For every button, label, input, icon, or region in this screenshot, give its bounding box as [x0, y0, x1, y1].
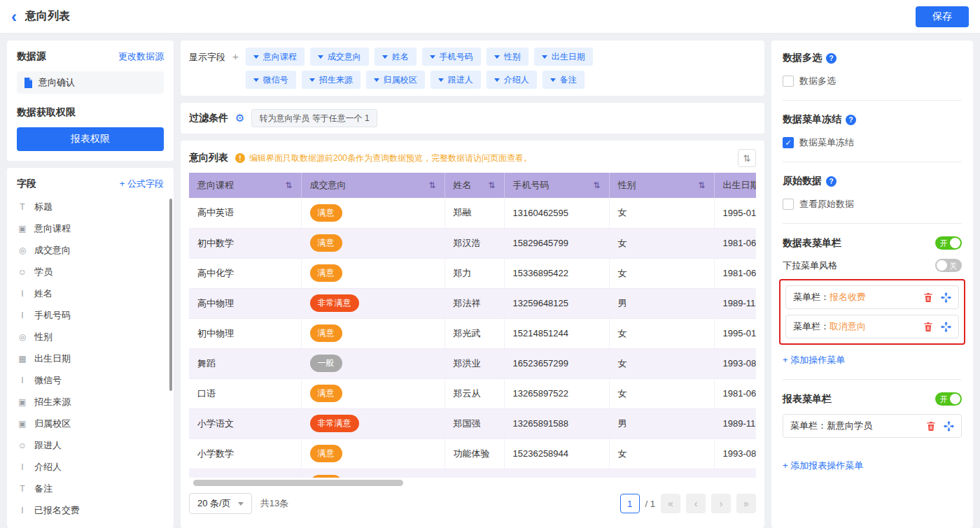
field-label: 出生日期 — [34, 352, 71, 365]
dropdown-style-toggle-off[interactable]: 关 — [935, 259, 962, 272]
field-item-phone[interactable]: I手机号码 — [17, 304, 164, 326]
field-chip[interactable]: 微信号 — [246, 71, 296, 89]
back-icon[interactable]: ‹ — [11, 8, 17, 25]
field-item-source[interactable]: ▣招生来源 — [17, 391, 164, 413]
cell-birth: 1993-08 — [714, 348, 756, 378]
sidebar-scrollbar[interactable] — [169, 199, 172, 391]
filter-card: 过滤条件 ⚙ 转为意向学员 等于任意一个 1 — [181, 103, 764, 134]
field-chip[interactable]: 性别 — [486, 48, 528, 66]
select-field-icon: ▣ — [17, 397, 28, 407]
sort-arrows-icon[interactable]: ⇅ — [698, 180, 705, 190]
display-fields-card: 显示字段 + 意向课程 成交意向 姓名 手机号码 性别 出生日期 微信号 招生来… — [181, 41, 764, 96]
current-page-input[interactable]: 1 — [620, 494, 640, 513]
field-item-course[interactable]: ▣意向课程 — [17, 217, 164, 239]
field-chip[interactable]: 跟进人 — [430, 71, 481, 89]
last-page-button[interactable]: » — [736, 494, 756, 513]
trash-icon[interactable] — [926, 421, 936, 431]
checkbox-unchecked[interactable] — [783, 76, 794, 87]
help-icon[interactable]: ? — [846, 115, 856, 125]
add-display-field-icon[interactable]: + — [232, 48, 239, 62]
move-icon[interactable] — [944, 421, 954, 431]
checkbox-checked[interactable]: ✓ — [783, 137, 794, 148]
column-header-birth[interactable]: 出生日期 — [714, 173, 756, 198]
chevron-down-icon — [253, 78, 259, 82]
field-item-paid[interactable]: I已报名交费 — [17, 499, 164, 521]
field-item-referrer[interactable]: I介绍人 — [17, 456, 164, 478]
field-item-student[interactable]: ☺学员 — [17, 261, 164, 283]
field-chip[interactable]: 出生日期 — [534, 48, 593, 66]
first-page-button[interactable]: « — [661, 494, 680, 513]
move-icon[interactable] — [941, 292, 951, 303]
chevron-down-icon — [309, 78, 315, 82]
field-chip[interactable]: 意向课程 — [246, 48, 304, 66]
field-chip[interactable]: 姓名 — [374, 48, 416, 66]
add-report-menu-link[interactable]: + 添加报表操作菜单 — [783, 459, 863, 472]
add-menu-link[interactable]: + 添加操作菜单 — [783, 354, 845, 366]
field-chip[interactable]: 备注 — [542, 71, 584, 89]
dropdown-style-label: 下拉菜单风格 — [783, 259, 837, 272]
cell-name — [444, 469, 504, 478]
next-page-button[interactable]: › — [711, 494, 731, 513]
column-header-name[interactable]: 姓名⇅ — [444, 173, 504, 198]
table-row: 口语 满意 郑云从 13265897522 女 1981-06 — [189, 378, 756, 408]
column-header-course[interactable]: 意向课程⇅ — [189, 173, 301, 198]
menu-item-value[interactable]: 新意向学员 — [827, 420, 872, 432]
help-icon[interactable]: ? — [826, 53, 836, 64]
field-item-intent[interactable]: ◎成交意向 — [17, 239, 164, 261]
sort-arrows-icon[interactable]: ⇅ — [488, 180, 495, 190]
change-datasource-link[interactable]: 更改数据源 — [118, 50, 164, 63]
table-header-row: 意向课程⇅ 成交意向⇅ 姓名⇅ 手机号码⇅ 性别⇅ 出生日期 — [189, 173, 756, 198]
field-item-name[interactable]: I姓名 — [17, 283, 164, 304]
field-item-remark[interactable]: T备注 — [17, 478, 164, 499]
trash-icon[interactable] — [923, 322, 933, 332]
field-item-birthdate[interactable]: ▦出生日期 — [17, 348, 164, 369]
menu-freeze-checkbox-row[interactable]: ✓ 数据菜单冻结 — [783, 136, 962, 149]
prev-page-button[interactable]: ‹ — [686, 494, 706, 513]
sort-arrows-icon[interactable]: ⇅ — [593, 180, 600, 190]
field-item-wechat[interactable]: I微信号 — [17, 369, 164, 391]
field-item-follower[interactable]: ☺跟进人 — [17, 434, 164, 456]
field-chip[interactable]: 招生来源 — [302, 71, 360, 89]
cell-course: 口语 — [189, 378, 301, 408]
gear-icon[interactable]: ⚙ — [235, 112, 244, 124]
table-menu-title: 数据表菜单栏 — [783, 237, 841, 250]
menu-item-value[interactable]: 取消意向 — [830, 320, 866, 333]
column-header-intent[interactable]: 成交意向⇅ — [301, 173, 444, 198]
move-icon[interactable] — [941, 322, 951, 332]
table-menu-toggle-on[interactable]: 开 — [935, 236, 962, 250]
menu-item-value[interactable]: 报名收费 — [830, 291, 866, 304]
help-icon[interactable]: ? — [826, 176, 836, 187]
field-item-gender[interactable]: ◎性别 — [17, 326, 164, 348]
save-button[interactable]: 保存 — [916, 6, 969, 27]
cell-phone — [504, 469, 609, 478]
page-size-select[interactable]: 20 条/页 — [189, 493, 252, 514]
menu-item-prefix: 菜单栏： — [793, 320, 830, 333]
column-header-gender[interactable]: 性别⇅ — [609, 173, 714, 198]
field-chip[interactable]: 归属校区 — [366, 71, 425, 89]
column-header-phone[interactable]: 手机号码⇅ — [504, 173, 609, 198]
chevron-down-icon — [550, 78, 556, 82]
checkbox-unchecked[interactable] — [783, 199, 794, 210]
raw-data-checkbox-row[interactable]: 查看原始数据 — [783, 198, 962, 211]
sort-arrows-icon[interactable]: ⇅ — [428, 180, 435, 190]
field-chip[interactable]: 成交意向 — [310, 48, 369, 66]
table-footer: 20 条/页 共13条 1 / 1 « ‹ › » — [189, 493, 756, 514]
filter-condition-chip[interactable]: 转为意向学员 等于任意一个 1 — [251, 109, 377, 127]
report-menu-toggle-on[interactable]: 开 — [935, 392, 962, 406]
datasource-item[interactable]: 意向确认 — [17, 71, 164, 94]
status-badge: 非常满意 — [310, 294, 359, 312]
cell-phone: 15214851244 — [504, 318, 609, 348]
field-chip[interactable]: 介绍人 — [486, 71, 537, 89]
table-sort-button[interactable]: ⇅ — [738, 149, 756, 167]
sort-arrows-icon[interactable]: ⇅ — [285, 180, 292, 190]
field-chip[interactable]: 手机号码 — [422, 48, 481, 66]
menu-item: 菜单栏：新意向学员 — [783, 414, 962, 438]
field-item-campus[interactable]: ▣归属校区 — [17, 413, 164, 434]
multi-select-checkbox-row[interactable]: 数据多选 — [783, 75, 962, 87]
person-field-icon: ☺ — [17, 267, 28, 277]
horizontal-scrollbar-thumb[interactable] — [193, 480, 403, 486]
field-item-title[interactable]: T标题 — [17, 196, 164, 217]
trash-icon[interactable] — [923, 292, 933, 303]
report-permission-button[interactable]: 报表权限 — [17, 127, 164, 151]
formula-field-link[interactable]: + 公式字段 — [120, 178, 164, 190]
